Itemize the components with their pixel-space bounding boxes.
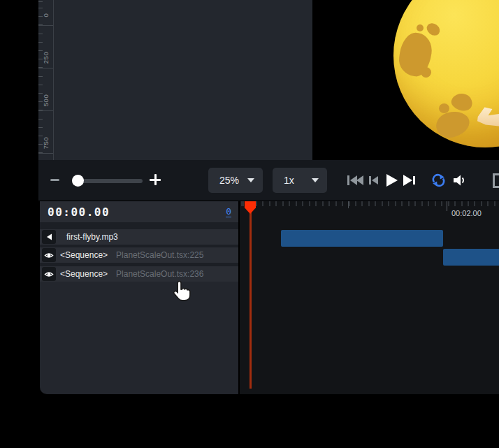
timeline-second-tick bbox=[348, 201, 349, 208]
planet-crater bbox=[449, 91, 475, 113]
track-row-sequence-2[interactable]: <Sequence> PlanetScaleOut.tsx:236 bbox=[40, 266, 238, 282]
sequence-bar-1[interactable] bbox=[443, 249, 499, 266]
planet-crater bbox=[417, 24, 424, 31]
volume-icon bbox=[452, 173, 468, 188]
track-ref: PlanetScaleOut.tsx:225 bbox=[116, 250, 203, 260]
planet-crater bbox=[424, 21, 442, 38]
current-frame-link[interactable]: 0 bbox=[226, 206, 231, 217]
toolbar: 25% 1x bbox=[38, 160, 499, 201]
eye-icon bbox=[44, 270, 54, 278]
eye-icon bbox=[44, 252, 54, 259]
playhead-handle[interactable] bbox=[245, 201, 256, 214]
track-row-audio[interactable]: first-flyby.mp3 bbox=[40, 229, 238, 245]
visibility-toggle-button[interactable] bbox=[42, 248, 56, 262]
play-icon bbox=[384, 173, 398, 188]
planet-crater bbox=[439, 103, 449, 113]
speaker-icon bbox=[45, 233, 53, 241]
ruler-label: 750 bbox=[38, 133, 54, 152]
timeline-track-area[interactable]: 00:02.00 bbox=[240, 201, 499, 394]
track-ref: PlanetScaleOut.tsx:236 bbox=[116, 269, 203, 279]
fullscreen-icon[interactable] bbox=[493, 173, 499, 188]
ruler-label: 0 bbox=[38, 5, 54, 24]
playhead-line[interactable] bbox=[249, 207, 252, 389]
chevron-down-icon bbox=[312, 178, 319, 182]
playback-rate-select[interactable]: 1x bbox=[273, 168, 327, 193]
timeline-panel: 00:00.00 0 first-flyby.mp3 <Sequence> bbox=[38, 201, 499, 394]
skip-to-start-icon bbox=[347, 173, 364, 188]
zoom-in-button[interactable] bbox=[149, 173, 161, 186]
planet-crater bbox=[434, 108, 472, 140]
zoom-out-button[interactable] bbox=[50, 179, 59, 181]
hand-cursor bbox=[171, 280, 193, 306]
track-label: <Sequence> bbox=[60, 269, 108, 279]
zoom-level-value: 25% bbox=[219, 175, 239, 186]
ruler-label: 500 bbox=[38, 90, 54, 110]
track-label: <Sequence> bbox=[60, 250, 108, 260]
sequence-bar-audio[interactable] bbox=[281, 230, 443, 247]
timeline-header: 00:00.00 0 bbox=[40, 201, 238, 222]
ruler-border bbox=[53, 0, 54, 160]
next-frame-button[interactable] bbox=[402, 173, 416, 188]
ruler-major-tick bbox=[38, 68, 54, 68]
previous-frame-button[interactable] bbox=[367, 173, 379, 188]
previous-frame-icon bbox=[367, 173, 379, 188]
skip-to-start-button[interactable] bbox=[347, 173, 364, 188]
video-canvas bbox=[312, 0, 499, 160]
ruler-major-tick bbox=[38, 110, 54, 111]
vertical-ruler: 0 250 500 750 bbox=[38, 0, 54, 160]
ruler-major-tick bbox=[38, 153, 54, 154]
loop-icon bbox=[431, 173, 447, 188]
chevron-down-icon bbox=[247, 178, 254, 182]
track-row-sequence-1[interactable]: <Sequence> PlanetScaleOut.tsx:225 bbox=[40, 247, 238, 263]
planet-graphic bbox=[393, 0, 499, 147]
timeline-ruler-ticks[interactable] bbox=[240, 201, 499, 206]
volume-button[interactable] bbox=[452, 173, 468, 188]
current-time-display: 00:00.00 bbox=[48, 205, 110, 219]
timeline-time-label: 00:02.00 bbox=[451, 209, 488, 217]
track-label: first-flyby.mp3 bbox=[66, 232, 118, 242]
planet-crater bbox=[421, 67, 431, 78]
mute-toggle-button[interactable] bbox=[42, 230, 56, 244]
zoom-level-select[interactable]: 25% bbox=[208, 168, 263, 193]
preview-panel: 0 250 500 750 bbox=[38, 0, 499, 160]
visibility-toggle-button[interactable] bbox=[42, 267, 56, 281]
row-gap bbox=[40, 222, 238, 229]
ruler-major-tick bbox=[38, 25, 54, 26]
playback-rate-value: 1x bbox=[284, 175, 294, 186]
planet-highlight-shape bbox=[477, 107, 499, 127]
play-button[interactable] bbox=[384, 173, 398, 188]
next-frame-icon bbox=[402, 173, 416, 188]
zoom-slider-knob[interactable] bbox=[72, 175, 84, 187]
loop-button[interactable] bbox=[431, 173, 447, 188]
timeline-major-tick bbox=[447, 201, 447, 211]
ruler-label: 250 bbox=[38, 48, 54, 67]
track-header-panel: 00:00.00 0 first-flyby.mp3 <Sequence> bbox=[40, 201, 238, 394]
